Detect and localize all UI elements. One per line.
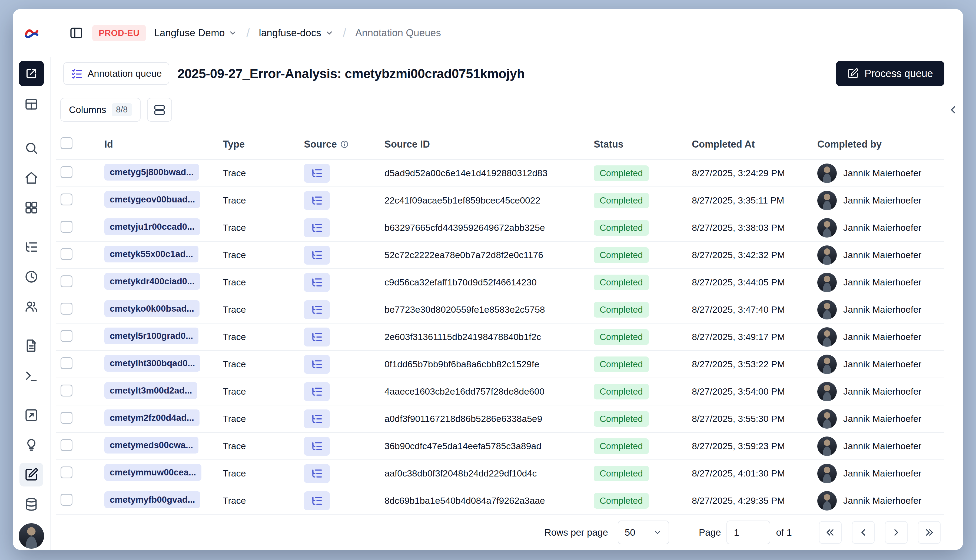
table-view-icon[interactable] xyxy=(20,92,43,116)
sidebar-toggle-icon[interactable] xyxy=(68,25,84,41)
users-icon[interactable] xyxy=(20,295,43,318)
trace-source-icon[interactable] xyxy=(304,328,330,347)
trace-source-icon[interactable] xyxy=(304,300,330,319)
row-user-avatar xyxy=(817,273,837,292)
row-completed-by: Jannik Maierhoefer xyxy=(843,359,921,370)
row-checkbox[interactable] xyxy=(60,467,72,478)
row-id-badge[interactable]: cmetyl5r100grad0... xyxy=(104,328,199,344)
table-row[interactable]: cmetymyfb00gvad... Trace 8dc69b1ba1e540b… xyxy=(56,487,944,515)
breadcrumb: PROD-EU Langfuse Demo / langfuse-docs / … xyxy=(50,25,441,42)
datasets-icon[interactable] xyxy=(20,492,43,516)
row-id-badge[interactable]: cmetymmuw00cea... xyxy=(104,464,202,481)
columns-button[interactable]: Columns 8/8 xyxy=(60,98,140,122)
table-row[interactable]: cmetyl5r100grad0... Trace 2e603f31361115… xyxy=(56,323,944,351)
insights-icon[interactable] xyxy=(20,433,43,457)
table-row[interactable]: cmetylt3m00d2ad... Trace 4aaece1603cb2e1… xyxy=(56,378,944,405)
row-checkbox[interactable] xyxy=(60,193,72,205)
dashboards-icon[interactable] xyxy=(20,196,43,220)
row-checkbox[interactable] xyxy=(60,357,72,369)
home-icon[interactable] xyxy=(20,166,43,190)
project-selector[interactable]: langfuse-docs xyxy=(259,27,334,38)
row-id-badge[interactable]: cmetygeov00buad... xyxy=(104,191,200,208)
row-checkbox[interactable] xyxy=(60,439,72,451)
top-header: PROD-EU Langfuse Demo / langfuse-docs / … xyxy=(13,9,963,57)
trace-source-icon[interactable] xyxy=(304,492,330,510)
organization-selector[interactable]: Langfuse Demo xyxy=(154,27,237,38)
row-id-badge[interactable]: cmetym2fz00d4ad... xyxy=(104,410,200,426)
row-completed-at: 8/27/2025, 3:38:03 PM xyxy=(692,222,817,233)
trace-source-icon[interactable] xyxy=(304,246,330,265)
select-all-checkbox[interactable] xyxy=(60,137,72,149)
trace-source-icon[interactable] xyxy=(304,437,330,456)
traces-icon[interactable] xyxy=(20,235,43,259)
row-checkbox[interactable] xyxy=(60,494,72,506)
table-row[interactable]: cmetygeov00buad... Trace 22c41f09acae5b1… xyxy=(56,187,944,214)
row-type: Trace xyxy=(223,441,304,452)
row-completed-at: 8/27/2025, 3:42:32 PM xyxy=(692,250,817,260)
row-checkbox[interactable] xyxy=(60,248,72,260)
trace-source-icon[interactable] xyxy=(304,464,330,483)
row-type: Trace xyxy=(223,250,304,260)
page-input[interactable] xyxy=(726,520,770,544)
prev-page-button[interactable] xyxy=(852,521,874,544)
row-checkbox[interactable] xyxy=(60,275,72,287)
search-icon[interactable] xyxy=(20,136,43,160)
row-source-id: aaf0c38db0f3f2048b24dd229df10d4c xyxy=(384,468,594,478)
table-row[interactable]: cmetyko0k00bsad... Trace be7723e30d80205… xyxy=(56,296,944,323)
prompts-icon[interactable] xyxy=(20,334,43,358)
table-row[interactable]: cmetyg5j800bwad... Trace d5ad9d52a00c6e1… xyxy=(56,160,944,187)
evaluations-icon[interactable] xyxy=(20,403,43,427)
row-checkbox[interactable] xyxy=(60,303,72,315)
row-height-button[interactable] xyxy=(147,98,172,122)
row-id-badge[interactable]: cmetykdr400ciad0... xyxy=(104,273,200,290)
row-completed-by: Jannik Maierhoefer xyxy=(843,413,921,424)
table-row[interactable]: cmetykdr400ciad0... Trace c9d56ca32efaff… xyxy=(56,269,944,296)
row-id-badge[interactable]: cmetylht300bqad0... xyxy=(104,355,200,372)
row-checkbox[interactable] xyxy=(60,166,72,178)
collapse-panel-icon[interactable] xyxy=(944,101,962,118)
row-type: Trace xyxy=(223,332,304,342)
row-id-badge[interactable]: cmetyg5j800bwad... xyxy=(104,164,199,180)
next-page-button[interactable] xyxy=(885,521,908,544)
sessions-icon[interactable] xyxy=(20,265,43,288)
trace-source-icon[interactable] xyxy=(304,218,330,237)
trace-source-icon[interactable] xyxy=(304,410,330,428)
info-icon[interactable] xyxy=(340,140,349,148)
row-id-badge[interactable]: cmetymyfb00gvad... xyxy=(104,492,200,508)
trace-source-icon[interactable] xyxy=(304,273,330,292)
row-id-badge[interactable]: cmetyju1r00ccad0... xyxy=(104,218,200,235)
langfuse-logo[interactable] xyxy=(24,25,39,40)
table-row[interactable]: cmetylht300bqad0... Trace 0f1dd65b7bb9bf… xyxy=(56,351,944,378)
process-queue-button[interactable]: Process queue xyxy=(836,61,944,86)
playground-icon[interactable] xyxy=(20,364,43,388)
row-checkbox[interactable] xyxy=(60,330,72,342)
table-row[interactable]: cmetym2fz00d4ad... Trace a0df3f901167218… xyxy=(56,405,944,433)
row-id-badge[interactable]: cmetyko0k00bsad... xyxy=(104,300,200,317)
user-avatar[interactable] xyxy=(18,523,44,548)
rows-per-page-select[interactable]: 50 xyxy=(618,520,669,544)
row-completed-by: Jannik Maierhoefer xyxy=(843,468,921,478)
row-id-badge[interactable]: cmetyk55x00c1ad... xyxy=(104,246,199,262)
table-row[interactable]: cmetyk55x00c1ad... Trace 52c72c2222ea78e… xyxy=(56,242,944,269)
first-page-button[interactable] xyxy=(819,521,842,544)
trace-source-icon[interactable] xyxy=(304,355,330,374)
row-checkbox[interactable] xyxy=(60,385,72,397)
row-checkbox[interactable] xyxy=(60,412,72,424)
row-type: Trace xyxy=(223,495,304,506)
trace-source-icon[interactable] xyxy=(304,164,330,183)
row-checkbox[interactable] xyxy=(60,221,72,233)
row-id-badge[interactable]: cmetylt3m00d2ad... xyxy=(104,382,197,399)
open-external-button[interactable] xyxy=(18,61,44,86)
breadcrumb-separator: / xyxy=(245,26,250,40)
chevron-down-icon xyxy=(229,28,237,37)
annotation-queues-icon[interactable] xyxy=(20,463,43,487)
table-row[interactable]: cmetymeds00cwa... Trace 36b90cdfc47e5da1… xyxy=(56,433,944,460)
table-toolbar: Columns 8/8 xyxy=(50,90,963,130)
trace-source-icon[interactable] xyxy=(304,382,330,401)
last-page-button[interactable] xyxy=(918,521,941,544)
table-row[interactable]: cmetyju1r00ccad0... Trace b63297665cfd44… xyxy=(56,214,944,242)
trace-source-icon[interactable] xyxy=(304,191,330,210)
row-source-id: 36b90cdfc47e5da14eefa5785c3a89ad xyxy=(384,441,594,452)
table-row[interactable]: cmetymmuw00cea... Trace aaf0c38db0f3f204… xyxy=(56,460,944,487)
row-id-badge[interactable]: cmetymeds00cwa... xyxy=(104,437,199,453)
